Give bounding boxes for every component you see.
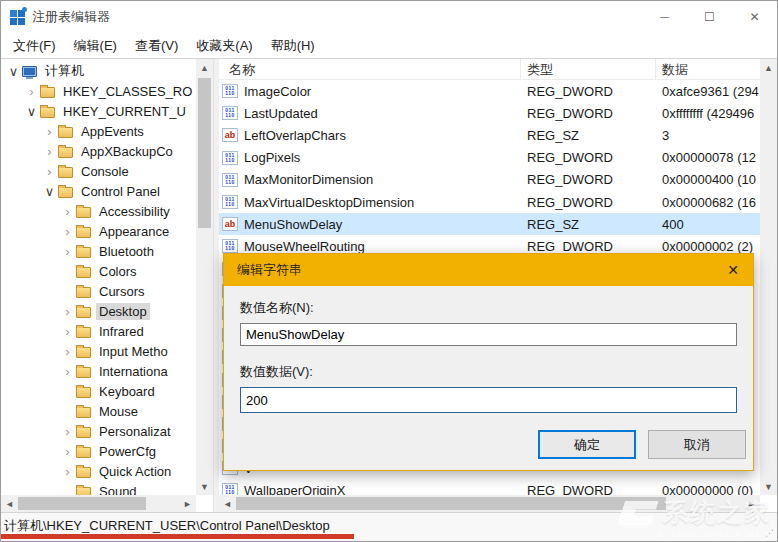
scroll-up-icon[interactable]: ▲	[760, 59, 777, 76]
menu-item[interactable]: 查看(V)	[126, 34, 187, 58]
folder-icon	[76, 485, 96, 496]
menu-item[interactable]: 文件(F)	[4, 34, 65, 58]
scroll-right-icon[interactable]: ►	[743, 495, 760, 512]
tree-item[interactable]: ›HKEY_CLASSES_RO	[1, 81, 196, 101]
ok-button[interactable]: 确定	[538, 430, 636, 459]
column-header-type[interactable]: 类型	[521, 59, 656, 79]
tree-item[interactable]: Sound	[1, 481, 196, 495]
value-type: REG_SZ	[521, 128, 656, 143]
tree-item[interactable]: Mouse	[1, 401, 196, 421]
chevron-right-icon[interactable]: ›	[59, 344, 76, 359]
chevron-down-icon[interactable]: ∨	[5, 64, 22, 79]
table-row[interactable]: abMenuShowDelayREG_SZ400	[219, 213, 760, 235]
table-row[interactable]: 011110MaxVirtualDesktopDimensionREG_DWOR…	[219, 191, 760, 213]
tree-item[interactable]: ›Internationa	[1, 361, 196, 381]
table-row[interactable]: 011110LogPixelsREG_DWORD0x00000078 (12	[219, 147, 760, 169]
resize-grip[interactable]: ⋰	[765, 528, 774, 538]
table-row[interactable]: 011110MaxMonitorDimensionREG_DWORD0x0000…	[219, 169, 760, 191]
dialog-title-bar[interactable]: 编辑字符串 ✕	[224, 254, 753, 286]
tree-item[interactable]: ∨HKEY_CURRENT_U	[1, 101, 196, 121]
chevron-right-icon[interactable]: ›	[59, 324, 76, 339]
minimize-button[interactable]: ─	[642, 1, 687, 33]
tree-item[interactable]: ›Quick Action	[1, 461, 196, 481]
chevron-right-icon[interactable]: ›	[41, 164, 58, 179]
tree-item-label: Cursors	[96, 283, 148, 300]
tree-item[interactable]: ∨计算机	[1, 61, 196, 81]
list-horizontal-scrollbar[interactable]: ◄ ►	[219, 495, 760, 512]
value-name-input[interactable]	[240, 323, 737, 346]
tree-item[interactable]: ›Appearance	[1, 221, 196, 241]
tree-item[interactable]: ›PowerCfg	[1, 441, 196, 461]
maximize-button[interactable]: ☐	[687, 1, 732, 33]
value-data-input[interactable]	[240, 387, 737, 413]
list-hscroll-thumb[interactable]	[236, 497, 666, 510]
tree-item[interactable]: ›AppEvents	[1, 121, 196, 141]
table-row[interactable]: 011110WallpaperOriginXREG_DWORD0x0000000…	[219, 479, 760, 495]
folder-icon	[76, 325, 96, 338]
chevron-right-icon[interactable]: ›	[59, 444, 76, 459]
value-type: REG_DWORD	[521, 172, 656, 187]
chevron-right-icon[interactable]: ›	[59, 424, 76, 439]
scroll-right-icon[interactable]: ►	[179, 495, 196, 512]
tree-item[interactable]: ›AppXBackupCo	[1, 141, 196, 161]
table-row[interactable]: 011110LastUpdatedREG_DWORD0xffffffff (42…	[219, 102, 760, 124]
reg-sz-icon: ab	[222, 217, 238, 231]
chevron-down-icon[interactable]: ∨	[41, 184, 58, 199]
cancel-button[interactable]: 取消	[648, 430, 746, 459]
chevron-right-icon[interactable]: ›	[59, 464, 76, 479]
folder-icon	[76, 245, 96, 258]
table-row[interactable]: 011110ImageColorREG_DWORD0xafce9361 (294	[219, 80, 760, 102]
tree-item[interactable]: ›Infrared	[1, 321, 196, 341]
tree-item[interactable]: ›Bluetooth	[1, 241, 196, 261]
chevron-right-icon[interactable]: ›	[59, 204, 76, 219]
dialog-close-icon[interactable]: ✕	[713, 262, 753, 278]
folder-icon	[76, 385, 96, 398]
close-button[interactable]: ✕	[732, 1, 777, 33]
menu-item[interactable]: 收藏夹(A)	[187, 34, 261, 58]
folder-icon	[76, 205, 96, 218]
scroll-up-icon[interactable]: ▲	[196, 59, 213, 76]
tree-hscroll-thumb[interactable]	[18, 497, 146, 510]
tree-scroll-thumb[interactable]	[198, 78, 211, 228]
tree-vertical-scrollbar[interactable]: ▲ ▼	[196, 59, 213, 495]
reg-dword-icon: 011110	[222, 84, 238, 98]
chevron-right-icon[interactable]: ›	[59, 244, 76, 259]
folder-icon	[40, 85, 60, 98]
tree-item[interactable]: Colors	[1, 261, 196, 281]
chevron-right-icon[interactable]: ›	[59, 364, 76, 379]
chevron-right-icon[interactable]: ›	[23, 84, 40, 99]
scroll-down-icon[interactable]: ▼	[760, 478, 777, 495]
tree-item[interactable]: ›Personalizat	[1, 421, 196, 441]
chevron-right-icon[interactable]: ›	[59, 224, 76, 239]
column-header-data[interactable]: 数据	[656, 59, 760, 79]
tree-item[interactable]: ›Input Metho	[1, 341, 196, 361]
value-data: 400	[656, 217, 760, 232]
tree-item[interactable]: ›Console	[1, 161, 196, 181]
menu-item[interactable]: 编辑(E)	[65, 34, 126, 58]
scroll-left-icon[interactable]: ◄	[1, 495, 18, 512]
window-title: 注册表编辑器	[32, 8, 110, 26]
scroll-down-icon[interactable]: ▼	[196, 478, 213, 495]
chevron-right-icon[interactable]: ›	[59, 304, 76, 319]
reg-dword-icon: 011110	[222, 106, 238, 120]
chevron-right-icon[interactable]: ›	[41, 144, 58, 159]
tree-item-label: Colors	[96, 263, 140, 280]
tree-item[interactable]: ›Desktop	[1, 301, 196, 321]
tree-item[interactable]: ∨Control Panel	[1, 181, 196, 201]
scroll-left-icon[interactable]: ◄	[219, 495, 236, 512]
value-data: 0xffffffff (429496	[656, 106, 760, 121]
tree-item[interactable]: ›Accessibility	[1, 201, 196, 221]
table-row[interactable]: abLeftOverlapCharsREG_SZ3	[219, 124, 760, 146]
tree-item[interactable]: Cursors	[1, 281, 196, 301]
tree-item-label: Keyboard	[96, 383, 158, 400]
tree-item[interactable]: Keyboard	[1, 381, 196, 401]
folder-icon	[76, 465, 96, 478]
chevron-down-icon[interactable]: ∨	[23, 104, 40, 119]
menu-item[interactable]: 帮助(H)	[262, 34, 324, 58]
value-type: REG_DWORD	[521, 483, 656, 495]
column-header-name[interactable]: 名称	[219, 59, 521, 79]
tree-horizontal-scrollbar[interactable]: ◄ ►	[1, 495, 196, 512]
list-vertical-scrollbar[interactable]: ▲ ▼	[760, 59, 777, 495]
chevron-right-icon[interactable]: ›	[41, 124, 58, 139]
tree-item-label: Mouse	[96, 403, 141, 420]
